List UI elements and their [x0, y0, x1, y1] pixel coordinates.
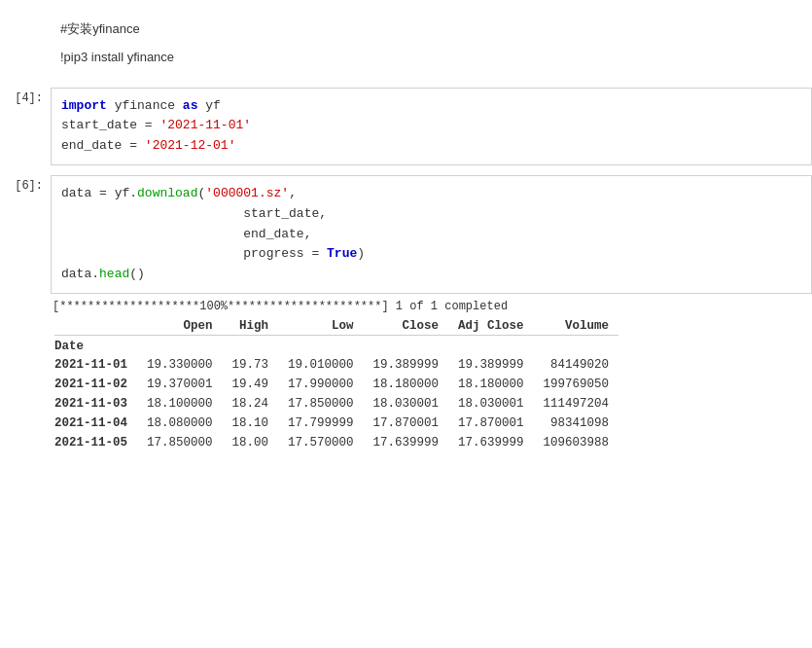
command-line: !pip3 install yfinance [60, 48, 802, 68]
subheader-spacer-4 [364, 335, 449, 355]
cell-4-line-3: end_date = '2021-12-01' [61, 136, 801, 157]
data-cell: 18.100000 [137, 394, 223, 414]
cell-4-label: [4]: [0, 88, 51, 105]
subheader-spacer-2 [223, 335, 279, 355]
data-cell: 19.49 [223, 375, 279, 394]
var-end-date: end_date [61, 138, 122, 153]
subheader-spacer-5 [448, 335, 534, 355]
markdown-label-1 [0, 10, 51, 14]
data-cell: 17.850000 [278, 394, 364, 414]
data-cell: 17.870001 [364, 414, 449, 433]
cell-4-content[interactable]: import yfinance as yf start_date = '2021… [51, 88, 812, 165]
date-cell: 2021-11-02 [54, 375, 137, 394]
data-cell: 84149020 [534, 355, 619, 375]
op-eq-1: = [145, 118, 160, 132]
data-cell: 111497204 [534, 394, 619, 414]
data-cell: 199769050 [534, 375, 619, 394]
var-yf-ref: yf [115, 186, 130, 200]
data-cell: 19.010000 [278, 355, 364, 375]
notebook: #安装yfinance !pip3 install yfinance [4]: … [0, 0, 812, 648]
str-start-date: '2021-11-01' [159, 118, 251, 132]
cell-4-line-2: start_date = '2021-11-01' [61, 116, 801, 136]
op-eq-4: = [311, 246, 327, 261]
output-label [0, 294, 51, 298]
output-cell-6: [********************100%***************… [0, 294, 812, 462]
markdown-content-1: #安装yfinance !pip3 install yfinance [51, 10, 812, 78]
data-cell: 18.10 [223, 414, 279, 433]
table-row: 2021-11-0318.10000018.2417.85000018.0300… [54, 394, 618, 414]
date-cell: 2021-11-05 [54, 433, 137, 452]
cell-6-label: [6]: [0, 175, 51, 193]
subheader-spacer-1 [137, 335, 223, 355]
keyword-as: as [183, 98, 198, 113]
code-cell-4: [4]: import yfinance as yf start_date = … [0, 88, 812, 165]
data-cell: 19.389999 [364, 355, 449, 375]
str-end-date: '2021-12-01' [145, 138, 236, 153]
data-cell: 17.639999 [448, 433, 534, 452]
data-cell: 17.850000 [137, 433, 223, 452]
fn-head: head [99, 267, 129, 281]
data-cell: 18.24 [223, 394, 279, 414]
data-cell: 19.370001 [137, 375, 223, 394]
data-cell: 19.73 [223, 355, 279, 375]
col-header-adj-close: Adj Close [448, 317, 534, 336]
data-cell: 19.389999 [448, 355, 534, 375]
cell-4-line-1: import yfinance as yf [61, 96, 801, 117]
cell-6-content[interactable]: data = yf.download('000001.sz', start_da… [51, 175, 812, 294]
comma-1: , [289, 186, 297, 200]
data-cell: 17.570000 [278, 433, 364, 452]
op-eq-3: = [99, 186, 115, 200]
cell-6-line-1: data = yf.download('000001.sz', [61, 184, 801, 204]
date-cell: 2021-11-03 [54, 394, 137, 414]
data-cell: 18.180000 [364, 375, 449, 394]
date-cell: 2021-11-04 [54, 414, 137, 433]
parens-head: () [129, 267, 145, 281]
col-header-open: Open [137, 317, 223, 336]
col-header-date: Date [54, 335, 137, 355]
indent-progress: progress [61, 246, 304, 261]
table-row: 2021-11-0517.85000018.0017.57000017.6399… [54, 433, 618, 452]
col-header-close: Close [364, 317, 449, 336]
markdown-cell-1: #安装yfinance !pip3 install yfinance [0, 10, 812, 78]
data-cell: 19.330000 [137, 355, 223, 375]
data-table: Open High Low Close Adj Close Volume Dat… [54, 317, 618, 452]
subheader-spacer-3 [278, 335, 364, 355]
keyword-import: import [61, 98, 107, 113]
bool-true: True [327, 246, 357, 261]
cell-6-line-4: progress = True) [61, 244, 801, 265]
table-row: 2021-11-0219.37000119.4917.99000018.1800… [54, 375, 618, 394]
var-data: data [61, 186, 91, 200]
data-cell: 17.799999 [278, 414, 364, 433]
progress-line: [********************100%***************… [51, 300, 812, 313]
data-cell: 18.180000 [448, 375, 534, 394]
op-eq-2: = [129, 138, 145, 153]
cell-6-line-3: end_date, [61, 225, 801, 245]
dot-1: . [129, 186, 137, 200]
table-row: 2021-11-0418.08000018.1017.79999917.8700… [54, 414, 618, 433]
subheader-spacer-6 [534, 335, 619, 355]
data-cell: 17.990000 [278, 375, 364, 394]
indent-end-date: end_date, [61, 227, 311, 241]
var-start-date: start_date [61, 118, 137, 132]
data-cell: 18.030001 [364, 394, 449, 414]
code-cell-6: [6]: data = yf.download('000001.sz', sta… [0, 175, 812, 294]
col-header-volume: Volume [534, 317, 619, 336]
fn-download: download [137, 186, 197, 200]
data-cell: 17.639999 [364, 433, 449, 452]
date-cell: 2021-11-01 [54, 355, 137, 375]
indent-start-date: start_date, [61, 206, 327, 221]
data-cell: 18.030001 [448, 394, 534, 414]
var-yfinance: yfinance [115, 98, 183, 113]
data-cell: 109603988 [534, 433, 619, 452]
data-cell: 17.870001 [448, 414, 534, 433]
var-yf: yf [205, 98, 221, 113]
data-cell: 18.080000 [137, 414, 223, 433]
var-data-2: data [61, 267, 91, 281]
table-wrapper: Open High Low Close Adj Close Volume Dat… [51, 317, 812, 462]
output-content-6: [********************100%***************… [51, 294, 812, 462]
comment-line: #安装yfinance [60, 19, 802, 40]
table-row: 2021-11-0119.33000019.7319.01000019.3899… [54, 355, 618, 375]
str-ticker: '000001.sz' [205, 186, 289, 200]
col-header-low: Low [278, 317, 364, 336]
data-cell: 18.00 [223, 433, 279, 452]
